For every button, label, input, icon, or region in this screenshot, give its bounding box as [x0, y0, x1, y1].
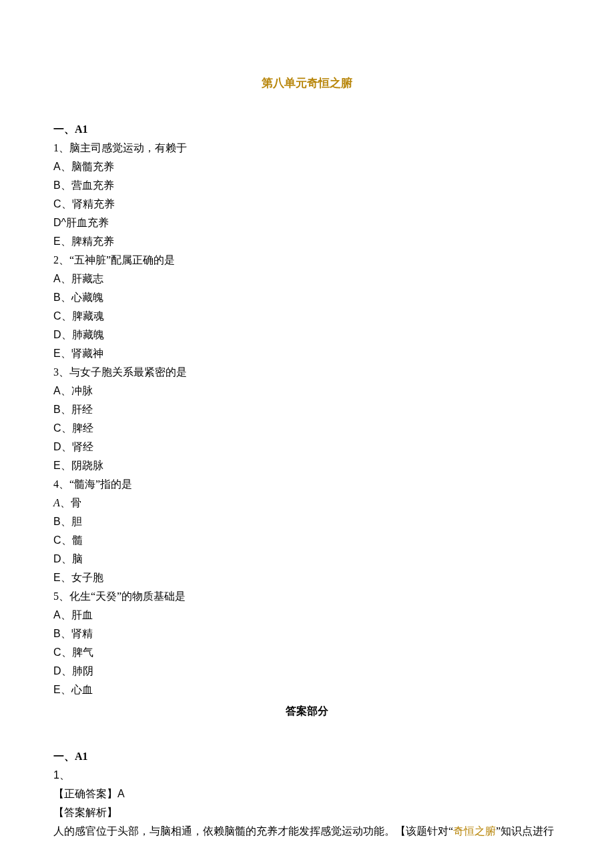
q3-option-b: B、肝经: [53, 400, 561, 419]
q2-option-b: B、心藏魄: [53, 288, 561, 307]
q1-option-b: B、营血充养: [53, 176, 561, 195]
document-page: 第八单元奇恒之腑 一、A1 1、脑主司感觉运动，有赖于 A、脑髓充养 B、营血充…: [0, 0, 614, 868]
highlight-term: 奇恒之腑: [453, 825, 496, 837]
q4-stem: 4、“髓海”指的是: [53, 475, 561, 494]
q4-option-e: E、女子胞: [53, 568, 561, 587]
page-title: 第八单元奇恒之腑: [53, 73, 561, 93]
answer-1-analysis-text: 人的感官位于头部，与脑相通，依赖脑髓的充养才能发挥感觉运动功能。【该题针对“奇恒…: [53, 822, 561, 841]
q4-option-d: D、脑: [53, 550, 561, 568]
answers-heading: 答案部分: [53, 702, 561, 721]
q1-option-a: A、脑髓充养: [53, 157, 561, 176]
q5-option-b: B、肾精: [53, 624, 561, 643]
answer-1-number: 1、: [53, 766, 561, 785]
q1-option-d: D^肝血充养: [53, 213, 561, 232]
q2-option-c: C、脾藏魂: [53, 307, 561, 326]
q3-option-a: A、冲脉: [53, 382, 561, 400]
answers-section-a1: 一、A1: [53, 747, 561, 766]
q2-option-d: D、肺藏魄: [53, 326, 561, 344]
q4-option-b: B、胆: [53, 512, 561, 531]
q5-option-a: A、肝血: [53, 606, 561, 624]
q5-stem: 5、化生“天癸”的物质基础是: [53, 587, 561, 606]
q5-option-d: D、肺阴: [53, 662, 561, 681]
q2-option-e: E、肾藏神: [53, 344, 561, 363]
q4-option-c: C、髓: [53, 531, 561, 550]
section-heading-a1: 一、A1: [53, 120, 561, 139]
q3-stem: 3、与女子胞关系最紧密的是: [53, 363, 561, 382]
answer-1-correct: 【正确答案】A: [53, 785, 561, 803]
q2-option-a: A、肝藏志: [53, 270, 561, 288]
answer-1-analysis-label: 【答案解析】: [53, 803, 561, 822]
q3-option-d: D、肾经: [53, 438, 561, 456]
q3-option-c: C、脾经: [53, 419, 561, 438]
q1-option-e: E、脾精充养: [53, 232, 561, 251]
q5-option-e: E、心血: [53, 681, 561, 699]
q5-option-c: C、脾气: [53, 643, 561, 662]
q1-option-c: C、肾精充养: [53, 195, 561, 213]
q1-stem: 1、脑主司感觉运动，有赖于: [53, 139, 561, 157]
q3-option-e: E、阴跷脉: [53, 456, 561, 475]
q4-option-a: A、骨: [53, 494, 561, 512]
q2-stem: 2、“五神脏”配属正确的是: [53, 251, 561, 270]
